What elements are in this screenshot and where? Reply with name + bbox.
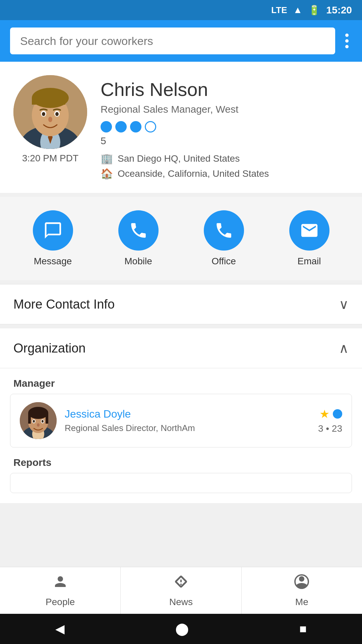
office-label: Office [212, 256, 236, 267]
email-button[interactable]: Email [289, 210, 329, 267]
organization-header[interactable]: Organization ∧ [0, 328, 362, 368]
svg-point-12 [48, 117, 52, 122]
profile-left: 3:20 PM PDT [13, 75, 87, 164]
more-contact-info-chevron: ∨ [339, 297, 349, 312]
lte-icon: LTE [271, 5, 287, 15]
building-icon: 🏢 [101, 153, 113, 164]
nav-people[interactable]: People [0, 567, 121, 614]
dot-4 [145, 121, 156, 132]
manager-label: Manager [0, 368, 362, 394]
svg-point-10 [42, 112, 45, 116]
svg-point-24 [42, 420, 44, 423]
back-button[interactable]: ◀ [55, 622, 65, 636]
manager-card[interactable]: Jessica Doyle Regional Sales Director, N… [10, 394, 352, 447]
me-nav-icon [294, 574, 310, 593]
status-bar: LTE ▲ 🔋 15:20 [0, 0, 362, 20]
me-nav-label: Me [295, 597, 308, 607]
more-menu-button[interactable] [342, 30, 352, 52]
dot-2 [115, 121, 127, 132]
mobile-button[interactable]: Mobile [118, 210, 159, 267]
message-circle [33, 210, 73, 251]
battery-icon: 🔋 [308, 5, 320, 16]
reports-label: Reports [0, 447, 362, 473]
svg-point-25 [37, 423, 40, 427]
svg-point-23 [33, 420, 35, 423]
more-contact-info-title: More Contact Info [13, 297, 115, 312]
manager-stats: 3 • 23 [318, 423, 342, 434]
profile-right: Chris Nelson Regional Sales Manager, Wes… [101, 75, 349, 183]
connection-dot [333, 409, 342, 419]
manager-icons: ★ [319, 407, 342, 421]
svg-rect-18 [28, 413, 48, 417]
local-time: 3:20 PM PDT [22, 153, 78, 164]
dot-1 [101, 121, 112, 132]
main-content: 3:20 PM PDT Chris Nelson Regional Sales … [0, 62, 362, 584]
message-button[interactable]: Message [33, 210, 73, 267]
hq-location: San Diego HQ, United States [118, 153, 240, 164]
dot-3 [130, 121, 141, 132]
svg-rect-19 [28, 417, 31, 424]
email-label: Email [297, 256, 321, 267]
home-button[interactable]: ⬤ [175, 622, 189, 636]
search-input[interactable] [10, 28, 335, 54]
mobile-label: Mobile [124, 256, 152, 267]
bottom-nav: People News Me [0, 567, 362, 614]
action-bar: Message Mobile Office E [0, 197, 362, 280]
more-contact-info-section[interactable]: More Contact Info ∨ [0, 284, 362, 324]
mobile-circle [118, 210, 159, 251]
home-location-row: 🏠 Oceanside, California, United States [101, 168, 349, 179]
nav-news[interactable]: News [121, 567, 241, 614]
reports-card-partial [10, 473, 352, 493]
people-nav-icon [52, 574, 68, 593]
star-icon: ★ [319, 407, 329, 421]
news-nav-label: News [169, 597, 193, 607]
office-circle [204, 210, 244, 251]
svg-rect-7 [32, 98, 65, 105]
manager-name: Jessica Doyle [65, 408, 310, 420]
manager-avatar [20, 402, 57, 439]
home-location: Oceanside, California, United States [118, 168, 269, 179]
top-bar [0, 20, 362, 62]
clock: 15:20 [326, 4, 352, 16]
manager-role: Regional Sales Director, NorthAm [65, 423, 310, 433]
message-label: Message [34, 256, 72, 267]
system-nav-bar: ◀ ⬤ ■ [0, 614, 362, 644]
people-nav-label: People [46, 597, 75, 607]
svg-point-11 [55, 112, 59, 116]
profile-name: Chris Nelson [101, 78, 349, 100]
organization-title: Organization [13, 341, 85, 356]
organization-section: Organization ∧ Manager [0, 328, 362, 503]
organization-chevron: ∧ [339, 340, 349, 356]
profile-card: 3:20 PM PDT Chris Nelson Regional Sales … [0, 62, 362, 193]
svg-rect-20 [46, 417, 48, 424]
hq-location-row: 🏢 San Diego HQ, United States [101, 153, 349, 164]
news-nav-icon [173, 574, 189, 593]
office-button[interactable]: Office [204, 210, 244, 267]
connections-count: 5 [101, 135, 349, 147]
linkedin-connection-dots [101, 121, 349, 132]
manager-meta: ★ 3 • 23 [318, 407, 342, 434]
recents-button[interactable]: ■ [299, 622, 307, 636]
nav-me[interactable]: Me [242, 567, 362, 614]
profile-title: Regional Sales Manager, West [101, 104, 349, 115]
manager-info: Jessica Doyle Regional Sales Director, N… [65, 408, 310, 433]
home-icon: 🏠 [101, 168, 113, 179]
signal-icon: ▲ [293, 5, 303, 15]
profile-avatar [13, 75, 87, 149]
email-circle [289, 210, 329, 251]
